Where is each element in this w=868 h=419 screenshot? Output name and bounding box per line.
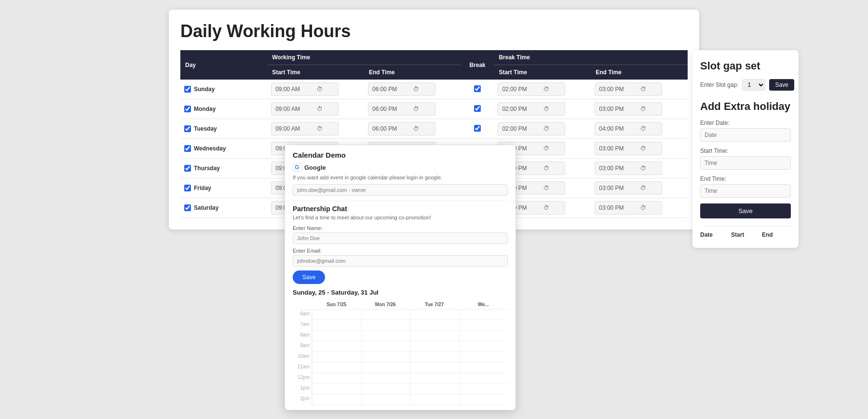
day-checkbox-sunday[interactable] bbox=[184, 86, 191, 93]
work-start-input-monday[interactable]: 09:00 AM ⏱ bbox=[271, 102, 339, 116]
clock-icon-work-end-monday[interactable]: ⏱ bbox=[402, 105, 431, 113]
day-label-wednesday[interactable]: Wednesday bbox=[184, 145, 263, 152]
clock-icon-work-start-monday[interactable]: ⏱ bbox=[305, 105, 334, 113]
work-start-value-monday: 09:00 AM bbox=[275, 106, 305, 112]
clock-icon-break-end-thursday[interactable]: ⏱ bbox=[628, 164, 658, 172]
clock-icon-break-start-saturday[interactable]: ⏱ bbox=[531, 204, 561, 212]
end-time-input[interactable] bbox=[700, 184, 791, 198]
week-cell bbox=[361, 384, 410, 394]
day-cell-friday: Friday bbox=[180, 178, 267, 198]
clock-icon-break-start-tuesday[interactable]: ⏱ bbox=[531, 125, 561, 133]
work-start-input-sunday[interactable]: 09:00 AM ⏱ bbox=[271, 82, 339, 96]
break-start-input-sunday[interactable]: 02:00 PM ⏱ bbox=[498, 82, 565, 96]
clock-icon-break-start-thursday[interactable]: ⏱ bbox=[531, 164, 561, 172]
day-label-friday[interactable]: Friday bbox=[184, 185, 263, 191]
slot-gap-save-button[interactable]: Save bbox=[769, 79, 794, 91]
day-label-saturday[interactable]: Saturday bbox=[184, 204, 263, 211]
week-day-2: Tue 7/27 bbox=[410, 300, 459, 310]
clock-icon-break-start-monday[interactable]: ⏱ bbox=[531, 105, 561, 113]
time-label: 1pm bbox=[293, 384, 312, 394]
day-checkbox-friday[interactable] bbox=[184, 185, 191, 191]
week-cell bbox=[410, 320, 459, 331]
clock-icon-work-end-tuesday[interactable]: ⏱ bbox=[402, 125, 431, 133]
break-end-input-friday[interactable]: 03:00 PM ⏱ bbox=[595, 181, 662, 195]
day-label-tuesday[interactable]: Tuesday bbox=[184, 125, 263, 132]
break-start-input-tuesday[interactable]: 02:00 PM ⏱ bbox=[498, 122, 565, 135]
week-cell bbox=[361, 320, 410, 331]
break-end-input-saturday[interactable]: 03:00 PM ⏱ bbox=[595, 201, 662, 215]
time-label: 7am bbox=[293, 320, 312, 331]
email-input[interactable] bbox=[293, 255, 508, 267]
work-end-value-sunday: 06:00 PM bbox=[372, 86, 402, 93]
clock-icon-work-start-sunday[interactable]: ⏱ bbox=[305, 85, 334, 93]
holiday-col-start: Start bbox=[731, 231, 760, 238]
break-end-cell-friday: 03:00 PM ⏱ bbox=[591, 178, 688, 198]
day-checkbox-wednesday[interactable] bbox=[184, 145, 191, 152]
break-end-value-sunday: 03:00 PM bbox=[599, 86, 628, 93]
work-end-value-monday: 06:00 PM bbox=[372, 106, 402, 112]
break-end-input-sunday[interactable]: 03:00 PM ⏱ bbox=[595, 82, 662, 96]
work-end-value-tuesday: 06:00 PM bbox=[372, 125, 402, 132]
work-start-cell-monday: 09:00 AM ⏱ bbox=[267, 99, 364, 119]
week-header-empty bbox=[293, 300, 312, 310]
break-check-cell-sunday bbox=[461, 80, 494, 99]
break-end-input-wednesday[interactable]: 03:00 PM ⏱ bbox=[595, 142, 662, 155]
clock-icon-break-start-friday[interactable]: ⏱ bbox=[531, 184, 561, 192]
main-card: Daily Working Hours Day Working Time Bre… bbox=[169, 10, 699, 230]
clock-icon-break-end-sunday[interactable]: ⏱ bbox=[628, 85, 658, 93]
date-input[interactable] bbox=[700, 128, 791, 142]
clock-icon-break-end-saturday[interactable]: ⏱ bbox=[628, 204, 658, 212]
day-checkbox-thursday[interactable] bbox=[184, 165, 191, 172]
clock-icon-break-start-sunday[interactable]: ⏱ bbox=[531, 85, 561, 93]
save-holiday-button[interactable]: Save bbox=[700, 203, 791, 218]
day-name-monday: Monday bbox=[194, 106, 216, 112]
week-cell bbox=[459, 384, 508, 394]
slot-gap-row: Enter Slot gap: 125101530 Save bbox=[700, 79, 791, 91]
break-checkbox-sunday[interactable] bbox=[474, 85, 481, 92]
day-checkbox-monday[interactable] bbox=[184, 106, 191, 112]
week-cell bbox=[459, 352, 508, 363]
divider bbox=[293, 201, 508, 201]
work-end-input-tuesday[interactable]: 06:00 PM ⏱ bbox=[368, 122, 435, 135]
week-cell bbox=[459, 331, 508, 341]
break-checkbox-monday[interactable] bbox=[474, 105, 481, 112]
break-end-value-monday: 03:00 PM bbox=[599, 106, 628, 112]
work-end-input-sunday[interactable]: 06:00 PM ⏱ bbox=[368, 82, 435, 96]
google-label: Google bbox=[304, 164, 326, 171]
right-panel: Slot gap set Enter Slot gap: 125101530 S… bbox=[692, 50, 799, 248]
week-time-row: 10am bbox=[293, 352, 508, 363]
clock-icon-work-start-tuesday[interactable]: ⏱ bbox=[305, 125, 334, 133]
name-input[interactable] bbox=[293, 232, 508, 244]
work-start-cell-tuesday: 09:00 AM ⏱ bbox=[267, 119, 364, 139]
start-time-input[interactable] bbox=[700, 156, 791, 170]
break-end-input-tuesday[interactable]: 04:00 PM ⏱ bbox=[595, 122, 662, 135]
day-checkbox-saturday[interactable] bbox=[184, 204, 191, 211]
day-label-thursday[interactable]: Thursday bbox=[184, 165, 263, 172]
week-cell bbox=[312, 384, 361, 394]
slot-gap-select[interactable]: 125101530 bbox=[742, 79, 765, 91]
week-cell bbox=[312, 394, 361, 405]
th-work-end: End Time bbox=[364, 65, 461, 80]
week-cell bbox=[459, 320, 508, 331]
week-cell bbox=[410, 310, 459, 320]
time-label: 2pm bbox=[293, 394, 312, 405]
week-cell bbox=[410, 352, 459, 363]
google-email-input[interactable] bbox=[293, 184, 508, 196]
break-start-input-monday[interactable]: 02:00 PM ⏱ bbox=[498, 102, 565, 116]
clock-icon-break-end-monday[interactable]: ⏱ bbox=[628, 105, 658, 113]
work-end-input-monday[interactable]: 06:00 PM ⏱ bbox=[368, 102, 435, 116]
calendar-save-button[interactable]: Save bbox=[293, 270, 325, 284]
clock-icon-break-end-wednesday[interactable]: ⏱ bbox=[628, 145, 658, 152]
clock-icon-break-end-tuesday[interactable]: ⏱ bbox=[628, 125, 658, 133]
clock-icon-work-end-sunday[interactable]: ⏱ bbox=[402, 85, 431, 93]
break-end-input-monday[interactable]: 03:00 PM ⏱ bbox=[595, 102, 662, 116]
work-start-input-tuesday[interactable]: 09:00 AM ⏱ bbox=[271, 122, 339, 135]
break-checkbox-tuesday[interactable] bbox=[474, 125, 481, 132]
week-cell bbox=[410, 363, 459, 373]
day-checkbox-tuesday[interactable] bbox=[184, 125, 191, 132]
clock-icon-break-start-wednesday[interactable]: ⏱ bbox=[531, 145, 561, 152]
clock-icon-break-end-friday[interactable]: ⏱ bbox=[628, 184, 658, 192]
day-label-sunday[interactable]: Sunday bbox=[184, 86, 263, 93]
break-end-input-thursday[interactable]: 03:00 PM ⏱ bbox=[595, 162, 662, 175]
day-label-monday[interactable]: Monday bbox=[184, 106, 263, 112]
